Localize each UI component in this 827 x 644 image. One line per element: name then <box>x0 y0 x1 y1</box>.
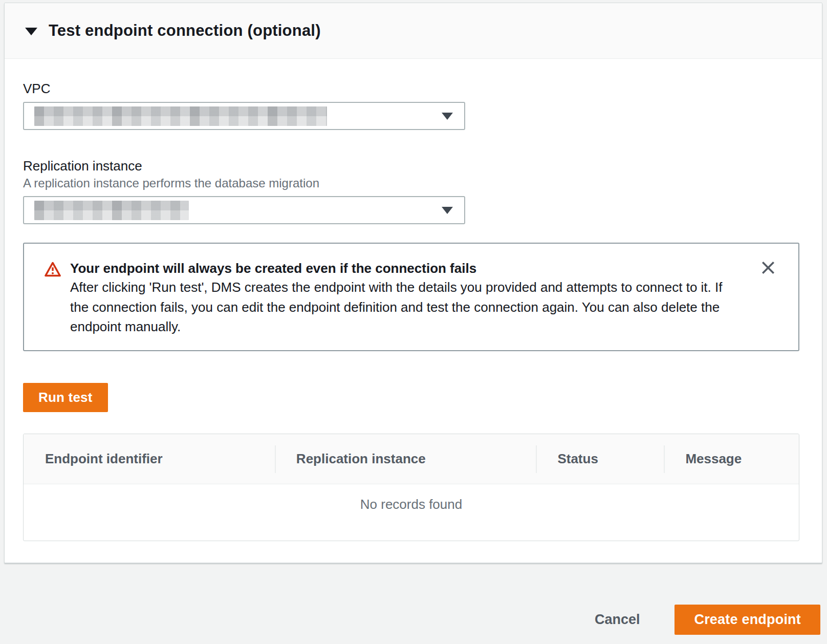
column-header-status: Status <box>536 434 664 484</box>
test-endpoint-connection-panel: Test endpoint connection (optional) VPC … <box>4 3 822 563</box>
run-test-button[interactable]: Run test <box>23 383 108 412</box>
alert-content: Your endpoint will always be created eve… <box>70 259 735 337</box>
vpc-select[interactable] <box>23 102 465 130</box>
table-header-row: Endpoint identifier Replication instance… <box>24 434 799 484</box>
redacted-value <box>34 201 189 220</box>
warning-alert: Your endpoint will always be created eve… <box>23 243 799 351</box>
create-endpoint-button[interactable]: Create endpoint <box>674 605 820 635</box>
redacted-value <box>34 106 327 126</box>
column-header-endpoint-identifier: Endpoint identifier <box>24 434 275 484</box>
replication-instance-description: A replication instance performs the data… <box>23 176 799 191</box>
chevron-down-icon <box>442 113 453 120</box>
warning-triangle-icon <box>45 262 61 337</box>
column-header-message: Message <box>664 434 799 484</box>
section-title: Test endpoint connection (optional) <box>49 22 321 40</box>
caret-down-icon <box>25 28 37 35</box>
replication-instance-select[interactable] <box>23 196 465 224</box>
empty-state-message: No records found <box>360 497 462 541</box>
replication-instance-field: Replication instance A replication insta… <box>23 158 799 224</box>
alert-body: After clicking 'Run test', DMS creates t… <box>70 277 735 337</box>
vpc-field: VPC <box>23 80 799 130</box>
column-header-replication-instance: Replication instance <box>275 434 536 484</box>
section-body: VPC Replication instance A replication i… <box>5 59 822 563</box>
connection-results-table: Endpoint identifier Replication instance… <box>23 434 799 541</box>
cancel-button[interactable]: Cancel <box>590 612 645 628</box>
table-body: No records found <box>24 484 799 541</box>
vpc-label: VPC <box>23 80 799 97</box>
section-header-expander[interactable]: Test endpoint connection (optional) <box>5 3 822 59</box>
form-action-bar: Cancel Create endpoint <box>0 564 827 635</box>
alert-title: Your endpoint will always be created eve… <box>70 259 735 277</box>
replication-instance-label: Replication instance <box>23 158 799 174</box>
chevron-down-icon <box>442 207 453 214</box>
close-icon[interactable] <box>760 260 776 275</box>
